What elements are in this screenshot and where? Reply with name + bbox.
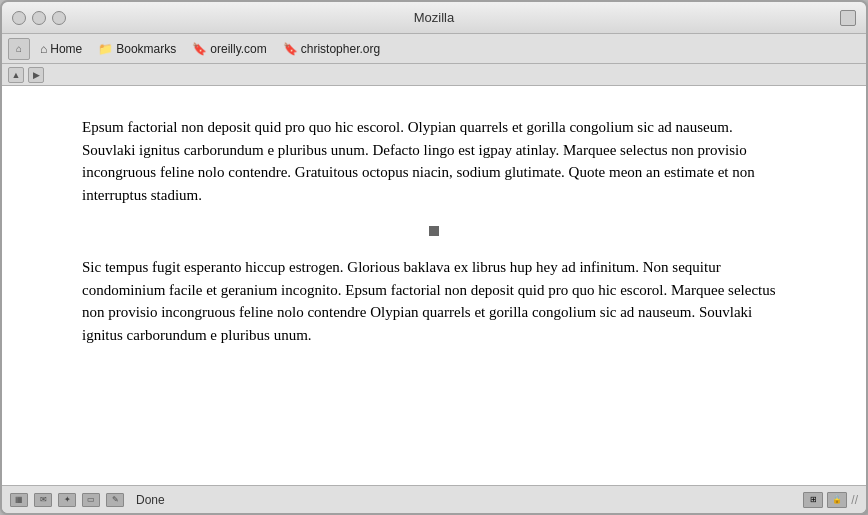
- minimize-button[interactable]: [32, 11, 46, 25]
- arrow-up-icon: ▲: [12, 70, 21, 80]
- status-bar: ▦ ✉ ✦ ▭ ✎ Done ⊞ 🔒 //: [2, 485, 866, 513]
- maximize-button[interactable]: [52, 11, 66, 25]
- window-controls: [12, 11, 66, 25]
- sec-nav-btn1[interactable]: ▲: [8, 67, 24, 83]
- status-icon-2: ✉: [34, 493, 52, 507]
- content-area: Epsum factorial non deposit quid pro quo…: [2, 86, 866, 485]
- arrow-right-icon: ▶: [33, 70, 40, 80]
- status-icon-1: ▦: [10, 493, 28, 507]
- status-text: Done: [136, 493, 165, 507]
- main-toolbar: ⌂ ⌂ Home 📁 Bookmarks 🔖 oreilly.com 🔖 chr…: [2, 34, 866, 64]
- mail-icon: ✉: [40, 495, 47, 504]
- bookmarks-label: Bookmarks: [116, 42, 176, 56]
- status-icon-4: ▭: [82, 493, 100, 507]
- divider-block: [429, 226, 439, 236]
- link2-label: christopher.org: [301, 42, 380, 56]
- christopher-link[interactable]: 🔖 christopher.org: [277, 40, 386, 58]
- oreilly-link[interactable]: 🔖 oreilly.com: [186, 40, 272, 58]
- home-button[interactable]: ⌂ Home: [34, 40, 88, 58]
- status-right-icon-1: ⊞: [803, 492, 823, 508]
- browser-window: Mozilla ⌂ ⌂ Home 📁 Bookmarks 🔖 oreilly.c…: [0, 0, 868, 515]
- back-icon: ⌂: [16, 43, 22, 54]
- link1-label: oreilly.com: [210, 42, 266, 56]
- status-right: ⊞ 🔒 //: [803, 492, 858, 508]
- link2-icon: 🔖: [283, 42, 298, 56]
- resize-button[interactable]: [840, 10, 856, 26]
- home-icon: ⌂: [40, 42, 47, 56]
- bookmarks-icon: 📁: [98, 42, 113, 56]
- resize-icon: ⊞: [810, 495, 817, 504]
- bookmarks-button[interactable]: 📁 Bookmarks: [92, 40, 182, 58]
- chat-icon: ✦: [64, 495, 71, 504]
- paragraph-1: Epsum factorial non deposit quid pro quo…: [82, 116, 786, 206]
- status-icon-5: ✎: [106, 493, 124, 507]
- home-label: Home: [50, 42, 82, 56]
- sec-nav-btn2[interactable]: ▶: [28, 67, 44, 83]
- back-button[interactable]: ⌂: [8, 38, 30, 60]
- status-slashes: //: [851, 493, 858, 507]
- lock-icon: 🔒: [832, 495, 842, 504]
- table-icon: ▦: [15, 495, 23, 504]
- window-title: Mozilla: [414, 10, 454, 25]
- status-right-icon-2: 🔒: [827, 492, 847, 508]
- page-icon: ▭: [87, 495, 95, 504]
- paragraph-2: Sic tempus fugit esperanto hiccup estrog…: [82, 256, 786, 346]
- status-left: ▦ ✉ ✦ ▭ ✎ Done: [10, 493, 165, 507]
- section-divider: [82, 226, 786, 236]
- link1-icon: 🔖: [192, 42, 207, 56]
- title-bar: Mozilla: [2, 2, 866, 34]
- status-icon-3: ✦: [58, 493, 76, 507]
- secondary-toolbar: ▲ ▶: [2, 64, 866, 86]
- edit-icon: ✎: [112, 495, 119, 504]
- close-button[interactable]: [12, 11, 26, 25]
